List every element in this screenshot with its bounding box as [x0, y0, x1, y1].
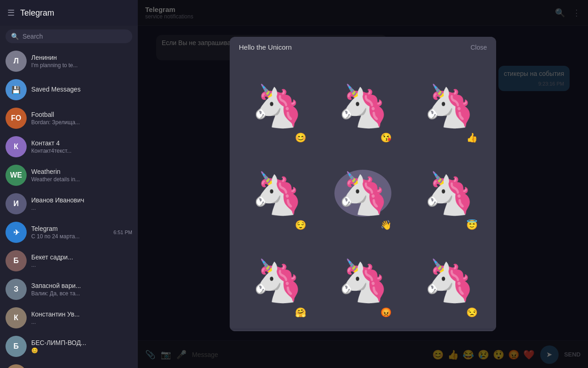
reaction-emoji-5: 👋 [380, 219, 392, 230]
avatar: К [6, 307, 27, 328]
main-chat: Telegram service notifications 🔍 ⋮ Если … [138, 0, 588, 368]
chat-item[interactable]: ККонстантин Ув...... [0, 304, 138, 332]
hamburger-icon[interactable]: ☰ [7, 8, 15, 18]
sticker-cell-8[interactable]: 🦄 😡 [320, 237, 406, 324]
sticker-cell-6[interactable]: 🦄 😇 [406, 150, 492, 237]
chat-item[interactable]: ЛЛенининI'm planning to te... [0, 47, 138, 75]
search-input[interactable] [23, 33, 127, 40]
chat-preview: С 10 по 24 марта... [31, 233, 109, 240]
chat-info: ЛенининI'm planning to te... [31, 54, 128, 69]
sticker-cell-1[interactable]: 🦄 😊 [234, 62, 320, 150]
chat-info: Контакт 4Контакт4текст... [31, 139, 128, 154]
chat-item[interactable]: FOFootballBordan: Зрелища... [0, 104, 138, 132]
chat-info: БЕС-ЛИМП-ВОД...😊 [31, 339, 128, 354]
search-icon: 🔍 [11, 33, 19, 40]
sticker-grid: 🦄 😊 🦄 😘 🦄 👍 [230, 58, 496, 329]
sticker-cell-3[interactable]: 🦄 👍 [406, 62, 492, 150]
avatar: К [6, 136, 27, 157]
avatar: B [6, 364, 27, 368]
chat-name: Telegram [31, 225, 109, 232]
chat-name: Иванов Иванович [31, 196, 128, 204]
chat-item[interactable]: ККонтакт 4Контакт4текст... [0, 132, 138, 161]
modal-overlay[interactable]: Hello the Unicorn Close 🦄 😊 🦄 [138, 0, 588, 368]
chat-preview: Bordan: Зрелища... [31, 119, 128, 126]
chat-item[interactable]: ЗЗапасной вари...Валик: Да, все та... [0, 275, 138, 304]
app-title: Telegram [20, 8, 54, 18]
chat-info: FootballBordan: Зрелища... [31, 111, 128, 126]
sticker-cell-2[interactable]: 🦄 😘 [320, 62, 406, 150]
chat-preview: Валик: Да, все та... [31, 290, 128, 297]
reaction-emoji-8: 😡 [380, 307, 392, 318]
chat-name: Запасной вари... [31, 282, 128, 289]
chat-name: Football [31, 111, 128, 118]
chat-time: 6:51 PM [113, 230, 132, 235]
reaction-emoji-4: 😌 [295, 219, 306, 230]
avatar: Б [6, 336, 27, 357]
chat-name: Контакт 4 [31, 139, 128, 147]
chat-item[interactable]: ИИванов Иванович... [0, 190, 138, 218]
chat-name: Бекет садри... [31, 253, 128, 261]
chat-item[interactable]: WEWeatherinWeather details in... [0, 161, 138, 190]
chat-item[interactable]: ББЕС-ЛИМП-ВОД...😊 [0, 332, 138, 361]
chat-preview: Weather details in... [31, 176, 128, 183]
chat-list: ЛЛенининI'm planning to te...💾Saved Mess… [0, 47, 138, 368]
reaction-emoji-2: 😘 [380, 132, 392, 143]
chat-preview: I'm planning to te... [31, 62, 128, 69]
sticker-cell-4[interactable]: 🦄 😌 [234, 150, 320, 237]
chat-name: БЕС-ЛИМП-ВОД... [31, 339, 128, 346]
chat-preview: ... [31, 262, 128, 268]
chat-meta: 6:51 PM [113, 230, 132, 235]
chat-item[interactable]: ББекет садри...... [0, 247, 138, 275]
search-bar: 🔍 [0, 26, 138, 47]
chat-preview: ... [31, 205, 128, 211]
avatar: З [6, 279, 27, 300]
avatar: 💾 [6, 79, 27, 100]
avatar: И [6, 193, 27, 214]
avatar: WE [6, 165, 27, 186]
sticker-cell-5[interactable]: 🦄 👋 [320, 150, 406, 237]
app-container: ☰ Telegram 🔍 ЛЛенининI'm planning to te.… [0, 0, 588, 368]
chat-info: Запасной вари...Валик: Да, все та... [31, 282, 128, 297]
sidebar: ☰ Telegram 🔍 ЛЛенининI'm planning to te.… [0, 0, 138, 368]
chat-preview: ... [31, 319, 128, 325]
chat-name: Saved Messages [31, 86, 128, 93]
reaction-emoji-6: 😇 [466, 219, 478, 230]
chat-name: Константин Ув... [31, 310, 128, 318]
sidebar-header: ☰ Telegram [0, 0, 138, 26]
chat-preview: Контакт4текст... [31, 148, 128, 154]
chat-info: Иванов Иванович... [31, 196, 128, 211]
avatar: Л [6, 51, 27, 72]
avatar: Б [6, 250, 27, 271]
reaction-emoji-1: 😊 [295, 132, 306, 143]
sticker-cell-9[interactable]: 🦄 😒 [406, 237, 492, 324]
avatar: ✈ [6, 222, 27, 243]
search-input-wrap[interactable]: 🔍 [6, 29, 132, 43]
chat-item[interactable]: 💾Saved Messages [0, 75, 138, 104]
reaction-emoji-7: 🤗 [295, 307, 306, 318]
modal-header: Hello the Unicorn Close [230, 37, 496, 58]
reaction-emoji-3: 👍 [466, 132, 478, 143]
avatar: FO [6, 108, 27, 129]
sticker-modal: Hello the Unicorn Close 🦄 😊 🦄 [230, 37, 496, 331]
chat-name: Weatherin [31, 168, 128, 175]
sticker-cell-7[interactable]: 🦄 🤗 [234, 237, 320, 324]
reaction-emoji-9: 😒 [466, 307, 478, 318]
chat-item[interactable]: BBTC 120m... [0, 361, 138, 368]
chat-info: Константин Ув...... [31, 310, 128, 325]
close-button[interactable]: Close [470, 44, 487, 51]
modal-footer: SHARE REMOVE STICKERS [230, 329, 496, 331]
chat-name: Ленинин [31, 54, 128, 61]
modal-title: Hello the Unicorn [239, 43, 292, 51]
chat-info: TelegramС 10 по 24 марта... [31, 225, 109, 240]
chat-preview: 😊 [31, 347, 128, 354]
chat-info: Saved Messages [31, 86, 128, 94]
chat-info: WeatherinWeather details in... [31, 168, 128, 183]
chat-item[interactable]: ✈TelegramС 10 по 24 марта...6:51 PM [0, 218, 138, 247]
chat-info: Бекет садри...... [31, 253, 128, 268]
